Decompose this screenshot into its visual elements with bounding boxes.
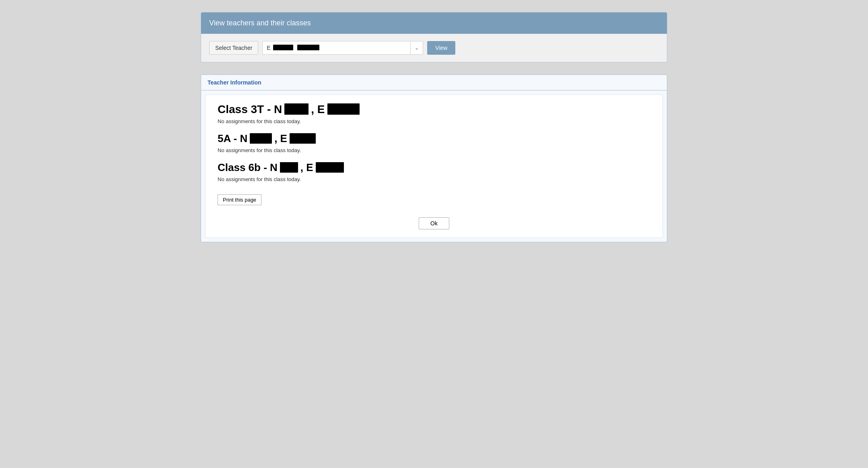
page-title: View teachers and their classes bbox=[209, 19, 311, 27]
class-5a-title: 5A - N , E bbox=[218, 132, 650, 145]
class-6b-title: Class 6b - N , E bbox=[218, 161, 650, 174]
class-3t-title: Class 3T - N , E bbox=[218, 103, 650, 116]
class-5a-no-assignments: No assignments for this class today. bbox=[218, 147, 650, 153]
class-3t-name-redacted bbox=[284, 103, 309, 115]
class-6b-no-assignments: No assignments for this class today. bbox=[218, 176, 650, 182]
select-teacher-label: Select Teacher bbox=[209, 41, 258, 55]
top-panel: View teachers and their classes Select T… bbox=[201, 12, 667, 62]
info-panel-header: Teacher Information bbox=[201, 75, 667, 91]
class-3t-last-redacted bbox=[327, 103, 360, 115]
top-panel-header: View teachers and their classes bbox=[201, 12, 667, 34]
info-panel-body: Class 3T - N , E No assignments for this… bbox=[205, 95, 663, 238]
top-panel-body: Select Teacher E ⌄ View bbox=[201, 34, 667, 62]
teacher-name-first-letter: E bbox=[267, 45, 270, 51]
class-5a-prefix: 5A - N bbox=[218, 132, 247, 145]
class-section-6b: Class 6b - N , E No assignments for this… bbox=[218, 161, 650, 182]
view-button[interactable]: View bbox=[427, 41, 455, 55]
class-5a-last-redacted bbox=[290, 133, 316, 144]
class-section-3t: Class 3T - N , E No assignments for this… bbox=[218, 103, 650, 124]
class-5a-separator: , E bbox=[274, 132, 287, 145]
print-button[interactable]: Print this page bbox=[218, 194, 261, 205]
page-wrapper: View teachers and their classes Select T… bbox=[201, 8, 667, 460]
ok-button-wrapper: Ok bbox=[218, 217, 650, 229]
class-3t-prefix: Class 3T - N bbox=[218, 103, 282, 116]
class-section-5a: 5A - N , E No assignments for this class… bbox=[218, 132, 650, 153]
teacher-info-panel: Teacher Information Class 3T - N , E No … bbox=[201, 74, 667, 242]
dropdown-arrow-icon[interactable]: ⌄ bbox=[410, 42, 423, 54]
class-6b-last-redacted bbox=[316, 162, 344, 173]
ok-button[interactable]: Ok bbox=[419, 217, 449, 229]
class-3t-no-assignments: No assignments for this class today. bbox=[218, 118, 650, 124]
class-3t-separator: , E bbox=[311, 103, 325, 116]
class-6b-prefix: Class 6b - N bbox=[218, 161, 278, 174]
info-panel-title: Teacher Information bbox=[208, 79, 261, 86]
teacher-select-value: E bbox=[263, 41, 410, 54]
teacher-name-redacted-1 bbox=[273, 45, 293, 50]
class-6b-separator: , E bbox=[300, 161, 313, 174]
teacher-select-dropdown[interactable]: E ⌄ bbox=[262, 41, 423, 55]
teacher-name-redacted-2 bbox=[297, 45, 319, 50]
class-5a-name-redacted bbox=[250, 133, 272, 144]
class-6b-name-redacted bbox=[280, 162, 298, 173]
